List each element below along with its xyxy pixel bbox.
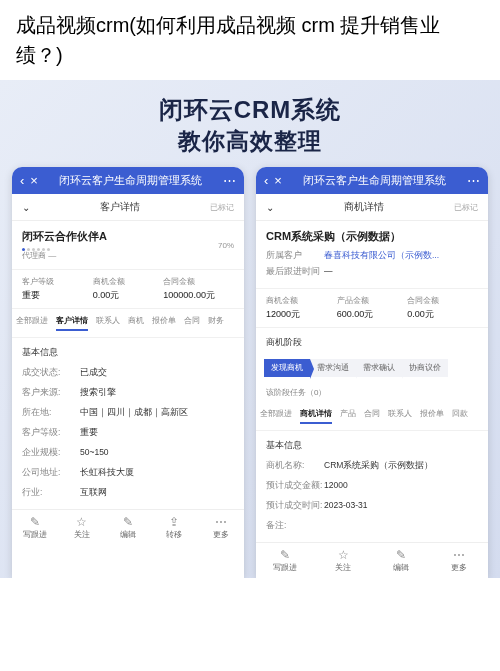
field-row: 行业:互联网: [12, 483, 244, 503]
tabs: 全部跟进 客户详情 联系人 商机 报价单 合同 财务: [12, 309, 244, 338]
tabs: 全部跟进 商机详情 产品 合同 联系人 报价单 回款: [256, 402, 488, 431]
summary-cell: 产品金额600.00元: [337, 295, 408, 321]
chevron-down-icon[interactable]: ⌄: [22, 202, 30, 213]
stage-note: 该阶段任务（0）: [256, 383, 488, 402]
field-row: 备注:: [256, 516, 488, 536]
nav-title: 闭环云客户生命周期管理系统: [288, 173, 461, 188]
tab-item[interactable]: 合同: [184, 315, 200, 331]
write-icon: ✎: [256, 548, 314, 562]
field-row: 客户等级:重要: [12, 423, 244, 443]
bottom-action[interactable]: ✎编辑: [372, 548, 430, 573]
customer-card: 闭环云合作伙伴A 70% 代理商 —: [12, 221, 244, 270]
flag-label[interactable]: 已标记: [210, 202, 234, 213]
tab-item[interactable]: 联系人: [96, 315, 120, 331]
tab-item[interactable]: 回款: [452, 408, 468, 424]
chevron-down-icon[interactable]: ⌄: [266, 202, 274, 213]
flag-label[interactable]: 已标记: [454, 202, 478, 213]
field-row: 成交状态:已成交: [12, 363, 244, 383]
bottom-bar: ✎写跟进 ☆关注 ✎编辑 ⇪转移 ⋯更多: [12, 509, 244, 545]
bottom-action[interactable]: ⋯更多: [198, 515, 244, 540]
more-icon[interactable]: ⋯: [223, 173, 236, 188]
page-title: 成品视频crm(如何利用成品视频 crm 提升销售业绩？): [0, 0, 500, 80]
write-icon: ✎: [12, 515, 58, 529]
sub-header: ⌄ 商机详情 已标记: [256, 194, 488, 221]
hero-title: 闭环云CRM系统 教你高效整理: [10, 94, 490, 157]
opp-name: CRM系统采购（示例数据）: [266, 229, 478, 244]
navbar: ‹ × 闭环云客户生命周期管理系统 ⋯: [256, 167, 488, 194]
opportunity-card: CRM系统采购（示例数据） 所属客户春喜科技有限公司（示例数... 最后跟进时间…: [256, 221, 488, 289]
summary-cell: 商机金额0.00元: [93, 276, 164, 302]
more-icon: ⋯: [198, 515, 244, 529]
stage-pill[interactable]: 需求沟通: [310, 359, 356, 377]
tab-item[interactable]: 商机: [128, 315, 144, 331]
bottom-action[interactable]: ✎编辑: [105, 515, 151, 540]
star-icon: ☆: [58, 515, 104, 529]
hero-line2: 教你高效整理: [10, 126, 490, 157]
field-row: 商机名称:CRM系统采购（示例数据）: [256, 456, 488, 476]
summary-grid: 客户等级重要 商机金额0.00元 合同金额100000.00元: [12, 270, 244, 309]
transfer-icon: ⇪: [151, 515, 197, 529]
stage-pill[interactable]: 发现商机: [264, 359, 310, 377]
tab-item[interactable]: 财务: [208, 315, 224, 331]
bottom-action[interactable]: ⇪转移: [151, 515, 197, 540]
field-row: 公司地址:长虹科技大厦: [12, 463, 244, 483]
field-row: 预计成交时间:2023-03-31: [256, 496, 488, 516]
close-icon[interactable]: ×: [30, 173, 38, 188]
nav-title: 闭环云客户生命周期管理系统: [44, 173, 217, 188]
summary-cell: 合同金额100000.00元: [163, 276, 234, 302]
tab-item[interactable]: 报价单: [420, 408, 444, 424]
stage-pill[interactable]: 协商议价: [402, 359, 448, 377]
field-row: 企业规模:50~150: [12, 443, 244, 463]
summary-cell: 客户等级重要: [22, 276, 93, 302]
field-row: 预计成交金额:12000: [256, 476, 488, 496]
sub-header: ⌄ 客户详情 已标记: [12, 194, 244, 221]
tab-item[interactable]: 全部跟进: [260, 408, 292, 424]
phone-left: ‹ × 闭环云客户生命周期管理系统 ⋯ ⌄ 客户详情 已标记 闭环云合作伙伴A …: [12, 167, 244, 578]
edit-icon: ✎: [372, 548, 430, 562]
owner-link[interactable]: 春喜科技有限公司（示例数...: [324, 250, 439, 262]
more-icon[interactable]: ⋯: [467, 173, 480, 188]
back-icon[interactable]: ‹: [20, 173, 24, 188]
stage-section: 商机阶段: [256, 328, 488, 353]
bottom-action[interactable]: ☆关注: [58, 515, 104, 540]
bottom-bar: ✎写跟进 ☆关注 ✎编辑 ⋯更多: [256, 542, 488, 578]
tab-item[interactable]: 联系人: [388, 408, 412, 424]
bottom-action[interactable]: ✎写跟进: [256, 548, 314, 573]
close-icon[interactable]: ×: [274, 173, 282, 188]
more-icon: ⋯: [430, 548, 488, 562]
summary-cell: 合同金额0.00元: [407, 295, 478, 321]
tab-item[interactable]: 产品: [340, 408, 356, 424]
stage-pills: 发现商机 需求沟通 需求确认 协商议价: [256, 353, 488, 383]
navbar: ‹ × 闭环云客户生命周期管理系统 ⋯: [12, 167, 244, 194]
field-row: 客户来源:搜索引擎: [12, 383, 244, 403]
hero-section: 闭环云CRM系统 教你高效整理 ‹ × 闭环云客户生命周期管理系统 ⋯ ⌄ 客户…: [0, 80, 500, 578]
phones-row: ‹ × 闭环云客户生命周期管理系统 ⋯ ⌄ 客户详情 已标记 闭环云合作伙伴A …: [10, 167, 490, 578]
summary-cell: 商机金额12000元: [266, 295, 337, 321]
field-row: 所在地:中国｜四川｜成都｜高新区: [12, 403, 244, 423]
bottom-action[interactable]: ✎写跟进: [12, 515, 58, 540]
tab-item[interactable]: 报价单: [152, 315, 176, 331]
customer-tag: 代理商 —: [22, 250, 234, 261]
tab-item[interactable]: 全部跟进: [16, 315, 48, 331]
tab-item[interactable]: 客户详情: [56, 315, 88, 331]
sub-header-title: 商机详情: [274, 200, 454, 214]
bottom-action[interactable]: ☆关注: [314, 548, 372, 573]
hero-line1: 闭环云CRM系统: [10, 94, 490, 126]
edit-icon: ✎: [105, 515, 151, 529]
summary-grid: 商机金额12000元 产品金额600.00元 合同金额0.00元: [256, 289, 488, 328]
bottom-action[interactable]: ⋯更多: [430, 548, 488, 573]
tab-item[interactable]: 商机详情: [300, 408, 332, 424]
phone-right: ‹ × 闭环云客户生命周期管理系统 ⋯ ⌄ 商机详情 已标记 CRM系统采购（示…: [256, 167, 488, 578]
section-basic: 基本信息: [12, 338, 244, 363]
star-icon: ☆: [314, 548, 372, 562]
tab-item[interactable]: 合同: [364, 408, 380, 424]
stage-pill[interactable]: 需求确认: [356, 359, 402, 377]
sub-header-title: 客户详情: [30, 200, 210, 214]
back-icon[interactable]: ‹: [264, 173, 268, 188]
section-basic: 基本信息: [256, 431, 488, 456]
